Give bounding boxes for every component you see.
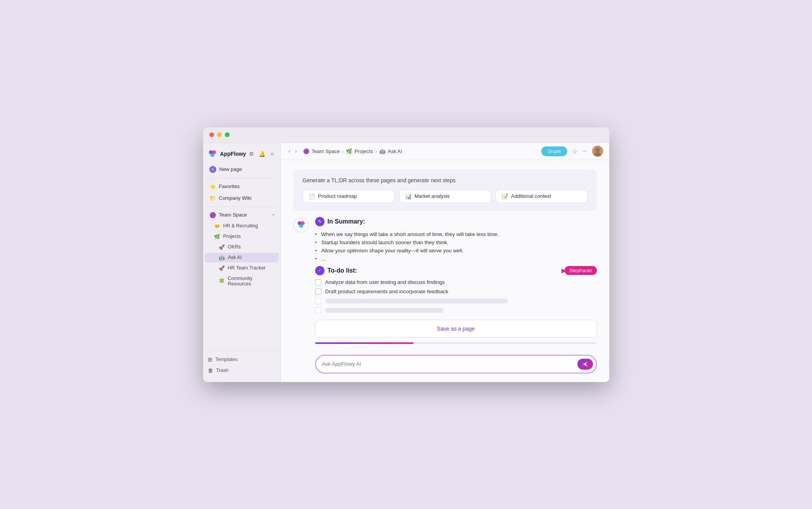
titlebar <box>203 127 609 143</box>
sidebar-header: AppFlowy ⚙ 🔔 « <box>203 146 281 162</box>
app-name-label: AppFlowy <box>220 151 246 157</box>
divider-1 <box>206 178 277 178</box>
ai-send-button[interactable] <box>577 359 593 370</box>
ask-ai-input[interactable] <box>322 361 577 367</box>
sidebar-header-icons: ⚙ 🔔 « <box>248 150 276 158</box>
todo-checkbox-loading-1 <box>315 298 321 304</box>
todo-item-1-label: Analyze data from user testing and discu… <box>325 279 445 285</box>
stephanie-cursor-badge: Stephanie <box>565 266 597 275</box>
new-page-item[interactable]: + New page <box>205 164 279 175</box>
progress-fill <box>315 342 414 344</box>
save-as-page-button[interactable]: Save as a page <box>315 320 597 338</box>
hr-recruiting-icon: 🤝 <box>214 223 220 229</box>
top-bar-right: Share ☆ ··· <box>541 146 603 157</box>
bookmark-button[interactable]: ☆ <box>572 148 577 155</box>
sidebar-item-hr-team-tracker[interactable]: 🚀 HR Team Tracker <box>205 263 279 273</box>
summary-badge-icon: ✎ <box>315 217 324 226</box>
tldr-card: Generate a TL;DR across these pages and … <box>293 169 597 211</box>
tldr-page-additional-context[interactable]: 📝 Additional context <box>496 190 588 203</box>
community-resources-label: Community Resources <box>228 276 274 287</box>
user-avatar[interactable] <box>592 146 603 157</box>
breadcrumb-sep-2: › <box>375 148 377 154</box>
settings-button[interactable]: ⚙ <box>248 150 255 158</box>
summary-section: ✎ In Summary: When we say things will ta… <box>293 217 597 375</box>
sidebar-item-community-resources[interactable]: 🍀 Community Resources <box>205 274 279 289</box>
tldr-pages: 📄 Product roadmap 📊 Market analysis 📝 Ad… <box>303 190 588 203</box>
save-btn-container: Save as a page <box>315 320 597 338</box>
favorites-icon: ⭐ <box>209 183 216 190</box>
breadcrumb-ask-ai-icon: 🤖 <box>379 148 386 154</box>
sidebar-item-ask-ai[interactable]: 🤖 Ask AI <box>205 253 279 262</box>
sidebar-item-favorites[interactable]: ⭐ Favorites <box>205 181 279 192</box>
community-resources-icon: 🍀 <box>219 278 225 284</box>
todo-loading-bar-2 <box>325 308 444 313</box>
projects-label: Projects <box>223 234 241 239</box>
sidebar-item-templates[interactable]: ⊞ Templates <box>203 354 281 365</box>
market-analysis-icon: 📊 <box>405 193 412 199</box>
hr-recruiting-label: HR & Recruiting <box>223 223 258 229</box>
todo-checkbox-1[interactable] <box>315 279 321 285</box>
summary-bullet-ellipsis: ... <box>315 255 597 263</box>
todo-section: ✓ To-do list: ▶ Stephanie <box>315 266 597 314</box>
sidebar-item-team-space[interactable]: 🟣 Team Space ▾ <box>205 210 279 220</box>
divider-2 <box>206 206 277 207</box>
content-area: ‹ › 🟣 Team Space › 🌿 Projects › 🤖 Ask AI <box>281 143 609 382</box>
tldr-page-product-roadmap[interactable]: 📄 Product roadmap <box>303 190 395 203</box>
favorites-label: Favorites <box>219 183 240 189</box>
back-button[interactable]: ‹ <box>287 147 292 155</box>
notifications-button[interactable]: 🔔 <box>258 150 266 158</box>
nav-arrows: ‹ › <box>287 147 298 155</box>
todo-item-loading-2 <box>315 307 597 314</box>
ask-ai-label: Ask AI <box>228 255 242 260</box>
sidebar-item-hr-recruiting[interactable]: 🤝 HR & Recruiting <box>205 221 279 231</box>
app-window: AppFlowy ⚙ 🔔 « + New page ⭐ Favorites <box>203 127 609 382</box>
ask-ai-icon: 🤖 <box>219 255 225 261</box>
todo-item-loading-1 <box>315 298 597 304</box>
tldr-page-market-analysis[interactable]: 📊 Market analysis <box>399 190 491 203</box>
maximize-traffic-light[interactable] <box>225 132 230 137</box>
todo-items: Analyze data from user testing and discu… <box>315 279 597 314</box>
svg-point-4 <box>595 148 600 152</box>
additional-context-icon: 📝 <box>502 193 508 199</box>
market-analysis-label: Market analysis <box>415 193 450 199</box>
summary-bullet-1: When we say things will take a short amo… <box>315 230 597 238</box>
todo-title: To-do list: <box>328 267 357 274</box>
forward-button[interactable]: › <box>293 147 298 155</box>
additional-context-label: Additional context <box>511 193 551 199</box>
sidebar: AppFlowy ⚙ 🔔 « + New page ⭐ Favorites <box>203 143 281 382</box>
sidebar-item-okrs[interactable]: 🚀 OKRs <box>205 242 279 252</box>
main-layout: AppFlowy ⚙ 🔔 « + New page ⭐ Favorites <box>203 143 609 382</box>
sidebar-item-projects[interactable]: 🌿 Projects <box>205 232 279 241</box>
svg-point-2 <box>210 153 214 157</box>
summary-bullet-2: Startup founders should launch sooner th… <box>315 238 597 247</box>
hr-team-tracker-icon: 🚀 <box>219 265 225 271</box>
team-space-label: Team Space <box>219 212 247 218</box>
ai-input-wrapper <box>315 355 597 373</box>
sidebar-item-trash[interactable]: 🗑 Trash <box>203 365 281 376</box>
hr-team-tracker-label: HR Team Tracker <box>228 265 266 271</box>
todo-item-1: Analyze data from user testing and discu… <box>315 279 597 285</box>
minimize-traffic-light[interactable] <box>217 132 222 137</box>
breadcrumb-projects-icon: 🌿 <box>346 148 352 154</box>
more-options-button[interactable]: ··· <box>582 148 587 155</box>
todo-checkbox-2[interactable] <box>315 289 321 295</box>
breadcrumb-projects[interactable]: Projects <box>354 148 373 154</box>
tldr-description: Generate a TL;DR across these pages and … <box>303 177 588 183</box>
trash-label: Trash <box>216 368 229 373</box>
breadcrumb-sep-1: › <box>342 148 344 154</box>
close-traffic-light[interactable] <box>209 132 214 137</box>
product-roadmap-label: Product roadmap <box>318 193 357 199</box>
breadcrumb-team-space[interactable]: Team Space <box>312 148 340 154</box>
progress-track <box>315 342 597 344</box>
okrs-label: OKRs <box>228 244 241 250</box>
sidebar-item-company-wiki[interactable]: 📁 Company Wiki <box>205 193 279 204</box>
breadcrumb: 🟣 Team Space › 🌿 Projects › 🤖 Ask AI <box>303 148 402 154</box>
todo-item-2: Draft product requirements and incorpora… <box>315 289 597 295</box>
projects-icon: 🌿 <box>214 234 220 240</box>
breadcrumb-ask-ai[interactable]: Ask AI <box>388 148 402 154</box>
trash-icon: 🗑 <box>208 367 213 373</box>
collapse-sidebar-button[interactable]: « <box>269 150 276 158</box>
appflowy-logo <box>208 149 217 159</box>
breadcrumb-team-space-icon: 🟣 <box>303 148 309 154</box>
share-button[interactable]: Share <box>541 146 567 156</box>
